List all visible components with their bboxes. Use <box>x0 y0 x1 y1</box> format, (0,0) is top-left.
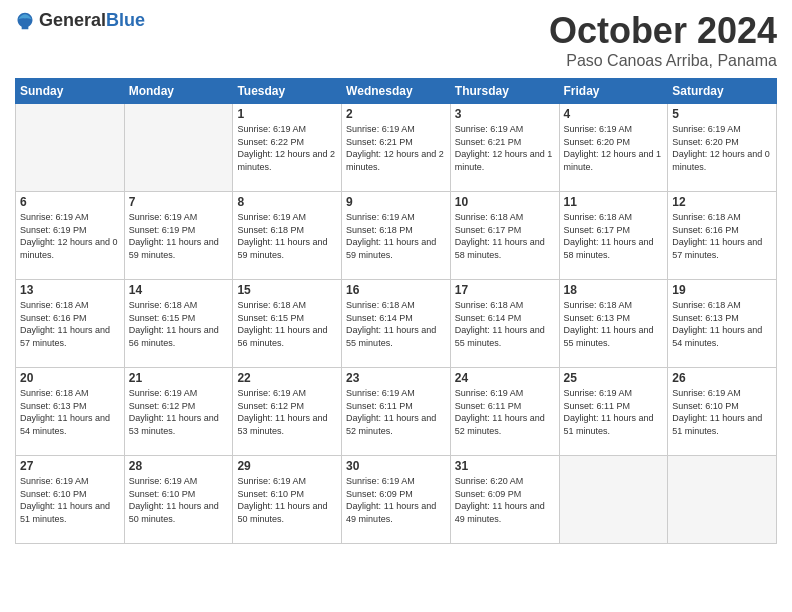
day-info: Sunrise: 6:19 AMSunset: 6:21 PMDaylight:… <box>455 123 555 173</box>
day-number: 14 <box>129 283 229 297</box>
day-cell: 19Sunrise: 6:18 AMSunset: 6:13 PMDayligh… <box>668 280 777 368</box>
day-cell: 2Sunrise: 6:19 AMSunset: 6:21 PMDaylight… <box>342 104 451 192</box>
day-number: 2 <box>346 107 446 121</box>
day-cell: 27Sunrise: 6:19 AMSunset: 6:10 PMDayligh… <box>16 456 125 544</box>
day-cell: 25Sunrise: 6:19 AMSunset: 6:11 PMDayligh… <box>559 368 668 456</box>
day-info: Sunrise: 6:19 AMSunset: 6:10 PMDaylight:… <box>672 387 772 437</box>
day-info: Sunrise: 6:18 AMSunset: 6:15 PMDaylight:… <box>237 299 337 349</box>
day-number: 15 <box>237 283 337 297</box>
day-cell: 9Sunrise: 6:19 AMSunset: 6:18 PMDaylight… <box>342 192 451 280</box>
day-info: Sunrise: 6:19 AMSunset: 6:10 PMDaylight:… <box>20 475 120 525</box>
day-cell: 31Sunrise: 6:20 AMSunset: 6:09 PMDayligh… <box>450 456 559 544</box>
day-cell <box>559 456 668 544</box>
calendar-table: SundayMondayTuesdayWednesdayThursdayFrid… <box>15 78 777 544</box>
day-cell: 26Sunrise: 6:19 AMSunset: 6:10 PMDayligh… <box>668 368 777 456</box>
day-info: Sunrise: 6:19 AMSunset: 6:10 PMDaylight:… <box>129 475 229 525</box>
day-info: Sunrise: 6:19 AMSunset: 6:21 PMDaylight:… <box>346 123 446 173</box>
day-info: Sunrise: 6:19 AMSunset: 6:11 PMDaylight:… <box>346 387 446 437</box>
day-cell: 4Sunrise: 6:19 AMSunset: 6:20 PMDaylight… <box>559 104 668 192</box>
day-info: Sunrise: 6:19 AMSunset: 6:11 PMDaylight:… <box>455 387 555 437</box>
day-info: Sunrise: 6:18 AMSunset: 6:13 PMDaylight:… <box>20 387 120 437</box>
day-cell: 28Sunrise: 6:19 AMSunset: 6:10 PMDayligh… <box>124 456 233 544</box>
day-number: 6 <box>20 195 120 209</box>
day-number: 13 <box>20 283 120 297</box>
day-cell: 10Sunrise: 6:18 AMSunset: 6:17 PMDayligh… <box>450 192 559 280</box>
col-header-thursday: Thursday <box>450 79 559 104</box>
logo-general: General <box>39 10 106 30</box>
day-number: 7 <box>129 195 229 209</box>
logo-blue: Blue <box>106 10 145 30</box>
day-cell: 5Sunrise: 6:19 AMSunset: 6:20 PMDaylight… <box>668 104 777 192</box>
week-row-4: 20Sunrise: 6:18 AMSunset: 6:13 PMDayligh… <box>16 368 777 456</box>
day-cell: 14Sunrise: 6:18 AMSunset: 6:15 PMDayligh… <box>124 280 233 368</box>
day-info: Sunrise: 6:19 AMSunset: 6:19 PMDaylight:… <box>20 211 120 261</box>
week-row-1: 1Sunrise: 6:19 AMSunset: 6:22 PMDaylight… <box>16 104 777 192</box>
day-number: 31 <box>455 459 555 473</box>
day-info: Sunrise: 6:20 AMSunset: 6:09 PMDaylight:… <box>455 475 555 525</box>
day-info: Sunrise: 6:19 AMSunset: 6:20 PMDaylight:… <box>564 123 664 173</box>
day-cell: 23Sunrise: 6:19 AMSunset: 6:11 PMDayligh… <box>342 368 451 456</box>
day-cell: 11Sunrise: 6:18 AMSunset: 6:17 PMDayligh… <box>559 192 668 280</box>
month-title: October 2024 <box>549 10 777 52</box>
day-info: Sunrise: 6:18 AMSunset: 6:13 PMDaylight:… <box>564 299 664 349</box>
day-number: 29 <box>237 459 337 473</box>
day-number: 22 <box>237 371 337 385</box>
col-header-wednesday: Wednesday <box>342 79 451 104</box>
day-cell: 15Sunrise: 6:18 AMSunset: 6:15 PMDayligh… <box>233 280 342 368</box>
day-number: 20 <box>20 371 120 385</box>
day-cell: 20Sunrise: 6:18 AMSunset: 6:13 PMDayligh… <box>16 368 125 456</box>
day-cell: 8Sunrise: 6:19 AMSunset: 6:18 PMDaylight… <box>233 192 342 280</box>
day-cell: 22Sunrise: 6:19 AMSunset: 6:12 PMDayligh… <box>233 368 342 456</box>
day-info: Sunrise: 6:18 AMSunset: 6:17 PMDaylight:… <box>455 211 555 261</box>
day-number: 1 <box>237 107 337 121</box>
day-cell: 6Sunrise: 6:19 AMSunset: 6:19 PMDaylight… <box>16 192 125 280</box>
day-number: 19 <box>672 283 772 297</box>
day-number: 16 <box>346 283 446 297</box>
day-number: 25 <box>564 371 664 385</box>
day-info: Sunrise: 6:19 AMSunset: 6:09 PMDaylight:… <box>346 475 446 525</box>
logo: GeneralBlue <box>15 10 145 31</box>
week-row-2: 6Sunrise: 6:19 AMSunset: 6:19 PMDaylight… <box>16 192 777 280</box>
title-block: October 2024 Paso Canoas Arriba, Panama <box>549 10 777 70</box>
day-info: Sunrise: 6:19 AMSunset: 6:18 PMDaylight:… <box>237 211 337 261</box>
day-number: 10 <box>455 195 555 209</box>
day-number: 9 <box>346 195 446 209</box>
day-number: 12 <box>672 195 772 209</box>
day-cell <box>16 104 125 192</box>
day-info: Sunrise: 6:19 AMSunset: 6:12 PMDaylight:… <box>237 387 337 437</box>
day-info: Sunrise: 6:18 AMSunset: 6:13 PMDaylight:… <box>672 299 772 349</box>
day-cell: 17Sunrise: 6:18 AMSunset: 6:14 PMDayligh… <box>450 280 559 368</box>
col-header-friday: Friday <box>559 79 668 104</box>
day-cell: 7Sunrise: 6:19 AMSunset: 6:19 PMDaylight… <box>124 192 233 280</box>
day-number: 17 <box>455 283 555 297</box>
day-number: 11 <box>564 195 664 209</box>
calendar-header-row: SundayMondayTuesdayWednesdayThursdayFrid… <box>16 79 777 104</box>
logo-text: GeneralBlue <box>39 10 145 31</box>
day-info: Sunrise: 6:19 AMSunset: 6:22 PMDaylight:… <box>237 123 337 173</box>
day-number: 28 <box>129 459 229 473</box>
day-info: Sunrise: 6:18 AMSunset: 6:17 PMDaylight:… <box>564 211 664 261</box>
week-row-5: 27Sunrise: 6:19 AMSunset: 6:10 PMDayligh… <box>16 456 777 544</box>
week-row-3: 13Sunrise: 6:18 AMSunset: 6:16 PMDayligh… <box>16 280 777 368</box>
day-info: Sunrise: 6:19 AMSunset: 6:20 PMDaylight:… <box>672 123 772 173</box>
day-info: Sunrise: 6:18 AMSunset: 6:14 PMDaylight:… <box>455 299 555 349</box>
day-cell: 29Sunrise: 6:19 AMSunset: 6:10 PMDayligh… <box>233 456 342 544</box>
day-info: Sunrise: 6:18 AMSunset: 6:16 PMDaylight:… <box>672 211 772 261</box>
day-info: Sunrise: 6:19 AMSunset: 6:12 PMDaylight:… <box>129 387 229 437</box>
day-number: 27 <box>20 459 120 473</box>
col-header-monday: Monday <box>124 79 233 104</box>
day-number: 4 <box>564 107 664 121</box>
col-header-sunday: Sunday <box>16 79 125 104</box>
col-header-saturday: Saturday <box>668 79 777 104</box>
day-number: 18 <box>564 283 664 297</box>
day-cell: 13Sunrise: 6:18 AMSunset: 6:16 PMDayligh… <box>16 280 125 368</box>
location-title: Paso Canoas Arriba, Panama <box>549 52 777 70</box>
day-cell: 21Sunrise: 6:19 AMSunset: 6:12 PMDayligh… <box>124 368 233 456</box>
day-info: Sunrise: 6:19 AMSunset: 6:11 PMDaylight:… <box>564 387 664 437</box>
day-cell <box>124 104 233 192</box>
day-info: Sunrise: 6:19 AMSunset: 6:19 PMDaylight:… <box>129 211 229 261</box>
day-info: Sunrise: 6:18 AMSunset: 6:14 PMDaylight:… <box>346 299 446 349</box>
day-cell <box>668 456 777 544</box>
day-number: 21 <box>129 371 229 385</box>
day-number: 3 <box>455 107 555 121</box>
